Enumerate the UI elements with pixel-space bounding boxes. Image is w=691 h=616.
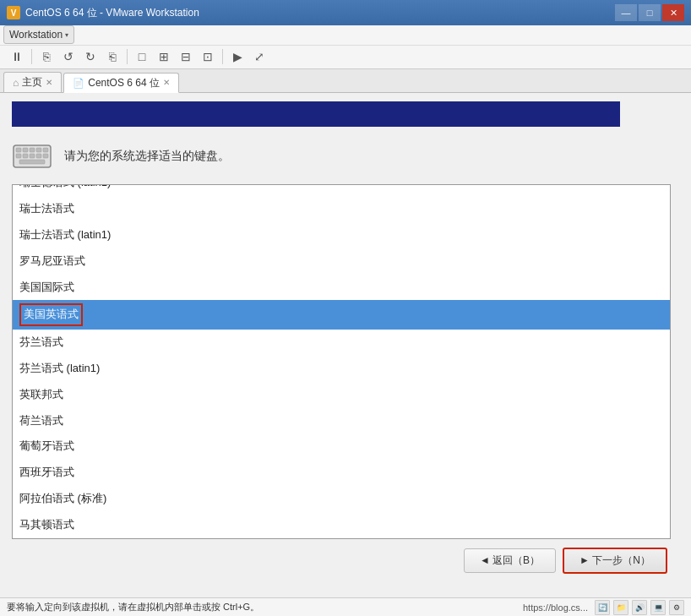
svg-rect-10 <box>43 154 48 158</box>
svg-rect-8 <box>30 154 35 158</box>
refresh-icon[interactable]: ↻ <box>80 47 101 66</box>
separator-2 <box>127 49 128 64</box>
keyboard-description-text: 请为您的系统选择适当的键盘。 <box>64 149 230 164</box>
list-item[interactable]: 瑞士德语式 (latin1) <box>13 184 670 196</box>
tab-centos-label: CentOS 6 64 位 <box>88 76 160 90</box>
pause-icon[interactable]: ⏸ <box>7 47 27 66</box>
separator-1 <box>31 49 32 64</box>
tab-centos-close-icon[interactable]: ✕ <box>163 79 170 87</box>
list-item[interactable]: 英联邦式 <box>13 382 670 408</box>
list-item[interactable]: 瑞士法语式 <box>13 196 670 222</box>
list-item[interactable]: 芬兰语式 <box>13 330 670 356</box>
minimize-button[interactable]: — <box>615 4 637 21</box>
close-button[interactable]: ✕ <box>662 4 684 21</box>
chevron-down-icon: ▾ <box>65 31 68 39</box>
status-icon-1[interactable]: 🔄 <box>595 600 610 615</box>
status-url-text: https://blog.cs... <box>523 602 588 613</box>
tab-home-label: 主页 <box>22 75 42 90</box>
tab-centos-icon: 📄 <box>73 78 84 89</box>
tab-home[interactable]: ⌂ 主页 ✕ <box>3 72 62 92</box>
workstation-menu[interactable]: Workstation ▾ <box>3 25 74 44</box>
status-bar: 要将输入定向到该虚拟机，请在虚拟机内部单击或按 Ctrl+G。 https://… <box>0 597 691 616</box>
keyboard-icon <box>12 140 52 172</box>
menu-bar: Workstation ▾ <box>0 25 691 46</box>
keyboard-list[interactable]: 爱沙尼亚语式瑞典语式瑞士德语式瑞士德语式 (latin1)瑞士法语式瑞士法语式 … <box>12 184 671 539</box>
separator-3 <box>222 49 223 64</box>
svg-rect-9 <box>36 154 41 158</box>
status-icon-5[interactable]: ⚙ <box>669 600 684 615</box>
revert-icon[interactable]: ↺ <box>58 47 79 66</box>
tile-icon[interactable]: ⊞ <box>154 47 174 66</box>
svg-rect-4 <box>36 148 41 152</box>
status-icon-2[interactable]: 📁 <box>613 600 628 615</box>
svg-rect-7 <box>23 154 28 158</box>
workstation-label: Workstation <box>9 29 63 41</box>
list-item[interactable]: 马其顿语式 <box>13 512 670 538</box>
svg-rect-3 <box>30 148 35 152</box>
window-title: CentOS 6 64 位 - VMware Workstation <box>25 6 615 20</box>
vm-progress-bar <box>12 101 620 127</box>
status-left-text: 要将输入定向到该虚拟机，请在虚拟机内部单击或按 Ctrl+G。 <box>7 601 259 613</box>
expand-icon[interactable]: ⤢ <box>249 47 269 66</box>
list-item[interactable]: 芬兰语式 (latin1) <box>13 356 670 382</box>
list-item[interactable]: 罗马尼亚语式 <box>13 248 670 275</box>
svg-rect-2 <box>23 148 28 152</box>
send-icon[interactable]: ⎗ <box>102 47 122 66</box>
play-icon[interactable]: ▶ <box>227 47 248 66</box>
keyboard-description-row: 请为您的系统选择适当的键盘。 <box>12 140 679 172</box>
app-icon: V <box>7 6 20 19</box>
home-icon: ⌂ <box>13 77 19 89</box>
list-item[interactable]: 阿拉伯语式 (标准) <box>13 486 670 512</box>
icon-bar: ⏸ ⎘ ↺ ↻ ⎗ □ ⊞ ⊟ ⊡ ▶ ⤢ <box>0 46 691 68</box>
window-icon[interactable]: □ <box>132 47 152 66</box>
svg-rect-5 <box>43 148 48 152</box>
window-controls: — □ ✕ <box>615 4 684 21</box>
minimize-all-icon[interactable]: ⊟ <box>176 47 196 66</box>
bottom-button-area: ◄ 返回（B） ► 下一步（N） <box>12 548 679 574</box>
list-item[interactable]: 美国国际式 <box>13 275 670 301</box>
list-item[interactable]: 荷兰语式 <box>13 408 670 434</box>
title-bar: V CentOS 6 64 位 - VMware Workstation — □… <box>0 0 691 25</box>
next-button[interactable]: ► 下一步（N） <box>563 548 667 574</box>
grid-icon[interactable]: ⊡ <box>198 47 218 66</box>
list-item[interactable]: 葡萄牙语式 <box>13 433 670 460</box>
back-button[interactable]: ◄ 返回（B） <box>464 548 556 573</box>
svg-rect-1 <box>16 148 21 152</box>
tab-home-close-icon: ✕ <box>46 79 52 87</box>
tab-bar: ⌂ 主页 ✕ 📄 CentOS 6 64 位 ✕ <box>0 69 691 93</box>
status-icon-3[interactable]: 🔊 <box>632 600 647 615</box>
list-item[interactable]: 西班牙语式 <box>13 460 670 486</box>
svg-rect-6 <box>16 154 21 158</box>
main-content: 请为您的系统选择适当的键盘。 爱沙尼亚语式瑞典语式瑞士德语式瑞士德语式 (lat… <box>0 93 691 597</box>
tab-centos[interactable]: 📄 CentOS 6 64 位 ✕ <box>63 73 179 93</box>
snapshot-icon[interactable]: ⎘ <box>36 47 57 66</box>
list-item[interactable]: 美国英语式 <box>13 300 670 330</box>
maximize-button[interactable]: □ <box>639 4 661 21</box>
list-item[interactable]: 瑞士法语式 (latin1) <box>13 222 670 248</box>
toolbar: Workstation ▾ ⏸ ⎘ ↺ ↻ ⎗ □ ⊞ ⊟ ⊡ ▶ ⤢ <box>0 25 691 69</box>
svg-rect-11 <box>19 160 45 164</box>
status-icon-4[interactable]: 💻 <box>650 600 666 615</box>
status-icons-area: https://blog.cs... 🔄 📁 🔊 💻 ⚙ <box>523 600 684 615</box>
selected-item-label: 美国英语式 <box>19 303 83 326</box>
